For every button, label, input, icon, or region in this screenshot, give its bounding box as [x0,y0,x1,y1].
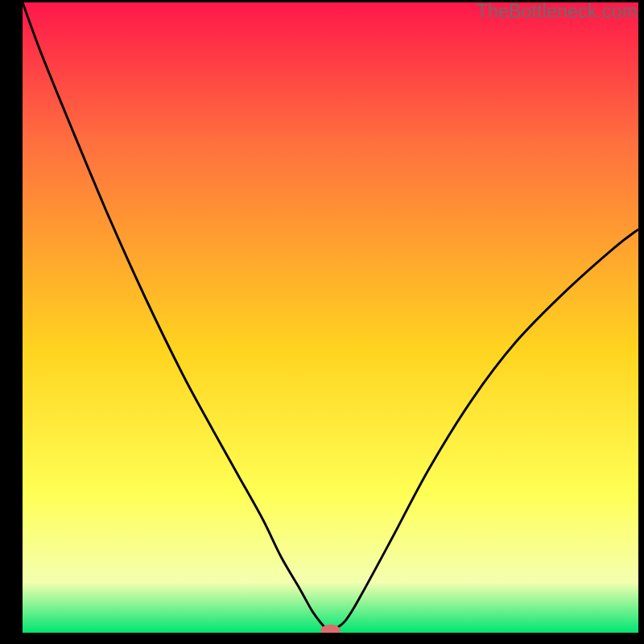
watermark-text: TheBottleneck.com [477,1,638,23]
chart-frame: TheBottleneck.com [0,0,644,644]
bottleneck-chart [23,2,638,633]
gradient-background [23,2,638,633]
